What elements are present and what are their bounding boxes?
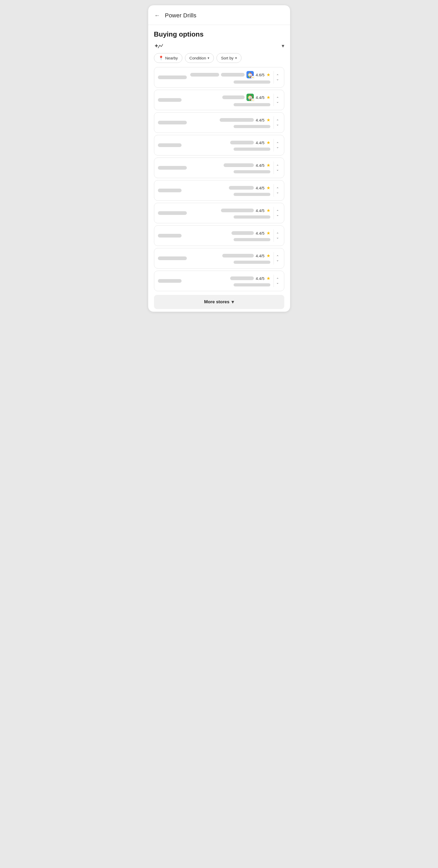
store-left-col <box>158 234 187 238</box>
svg-text:✦: ✦ <box>154 42 159 49</box>
star-icon: ★ <box>266 185 270 191</box>
sortby-filter-button[interactable]: Sort by ▾ <box>216 53 241 63</box>
store-left-col <box>158 279 187 283</box>
store-desc-skeleton <box>234 170 270 173</box>
svg-text:G: G <box>249 97 251 99</box>
rating-text: 4.4/5 <box>256 231 264 236</box>
store-desc-skeleton <box>234 193 270 196</box>
store-desc-skeleton <box>234 238 270 241</box>
store-item: 4.4/5 ★ ⌃ ⌄ <box>154 135 284 155</box>
price-skeleton-1 <box>222 95 245 99</box>
chevron-down-icon: ⌄ <box>276 258 279 262</box>
expand-button[interactable]: ⌃ ⌄ <box>273 94 281 106</box>
rating-text: 4.4/5 <box>256 276 264 281</box>
expand-button[interactable]: ⌃ ⌄ <box>273 207 281 219</box>
rating-text: 4.4/5 <box>256 141 264 145</box>
rating-text: 4.4/5 <box>256 186 264 190</box>
store-name-skeleton <box>158 166 187 169</box>
sortby-label: Sort by <box>221 56 234 60</box>
svg-text:G: G <box>249 74 251 76</box>
chevron-down-icon: ⌄ <box>276 168 279 171</box>
ai-sparkle-icon: ✦ <box>154 42 163 50</box>
store-name-skeleton <box>158 143 181 147</box>
chevron-down-icon: ⌄ <box>276 100 279 103</box>
star-icon: ★ <box>266 276 270 281</box>
store-left-col <box>158 211 187 215</box>
more-stores-button[interactable]: More stores ▾ <box>154 295 284 309</box>
star-icon: ★ <box>266 117 270 123</box>
price-skeleton-1 <box>230 141 254 145</box>
rating-text: 4.4/5 <box>256 254 264 258</box>
price-row: G ★ 4.6/5 ★ <box>189 71 270 79</box>
chevron-down-icon: ⌄ <box>276 145 279 149</box>
store-left-col <box>158 121 187 124</box>
location-icon: 📍 <box>159 56 164 61</box>
store-right-col: 4.4/5 ★ <box>189 140 270 151</box>
nearby-filter-button[interactable]: 📍 Nearby <box>154 53 182 63</box>
expand-button[interactable]: ⌃ ⌄ <box>273 252 281 265</box>
store-left-col <box>158 256 187 260</box>
price-skeleton-2 <box>221 73 245 76</box>
expand-button[interactable]: ⌃ ⌄ <box>273 116 281 129</box>
back-arrow-icon: ← <box>155 12 160 19</box>
section-collapse-icon[interactable]: ▾ <box>282 42 284 49</box>
store-list: G ★ 4.6/5 ★ ⌃ ⌄ <box>154 67 284 294</box>
expand-button[interactable]: ⌃ ⌄ <box>273 229 281 242</box>
more-stores-label: More stores <box>204 299 229 305</box>
price-row: 4.4/5 ★ <box>189 117 270 123</box>
store-right-col: 4.4/5 ★ <box>189 185 270 196</box>
expand-button[interactable]: ⌃ ⌄ <box>273 184 281 197</box>
condition-label: Condition <box>190 56 206 60</box>
expand-button[interactable]: ⌃ ⌄ <box>273 71 281 84</box>
price-row: 4.4/5 ★ <box>189 208 270 213</box>
store-item: 4.4/5 ★ ⌃ ⌄ <box>154 271 284 291</box>
ai-row: ✦ ▾ <box>154 42 284 50</box>
star-icon: ★ <box>266 72 270 78</box>
store-right-col: 4.4/5 ★ <box>189 253 270 264</box>
price-row: 4.4/5 ★ <box>189 276 270 281</box>
star-icon: ★ <box>266 140 270 146</box>
price-skeleton-1 <box>190 73 219 76</box>
more-stores-chevron-icon: ▾ <box>232 299 234 305</box>
store-name-skeleton <box>158 98 181 102</box>
sortby-dropdown-icon: ▾ <box>235 56 237 60</box>
expand-button[interactable]: ⌃ ⌄ <box>273 139 281 152</box>
price-skeleton-1 <box>232 231 254 235</box>
star-icon: ★ <box>266 95 270 100</box>
price-skeleton-1 <box>220 118 254 122</box>
store-right-col: 4.4/5 ★ <box>189 208 270 219</box>
filters-row: 📍 Nearby Condition ▾ Sort by ▾ <box>154 53 284 63</box>
store-name-skeleton <box>158 121 187 124</box>
store-right-col: 4.4/5 ★ <box>189 117 270 128</box>
rating-text: 4.4/5 <box>256 208 264 213</box>
page-title: Power Drills <box>165 12 197 19</box>
store-item: 4.4/5 ★ ⌃ ⌄ <box>154 203 284 223</box>
rating-text: 4.4/5 <box>256 163 264 167</box>
store-right-col: G ★ 4.4/5 ★ <box>189 94 270 106</box>
badge-star-overlay: ★ <box>251 98 255 102</box>
star-icon: ★ <box>266 162 270 168</box>
price-row: 4.4/5 ★ <box>189 162 270 168</box>
store-item: 4.4/5 ★ ⌃ ⌄ <box>154 225 284 246</box>
store-desc-skeleton <box>234 283 270 286</box>
expand-button[interactable]: ⌃ ⌄ <box>273 275 281 287</box>
badge-star-overlay: ★ <box>251 76 255 79</box>
store-desc-skeleton <box>234 261 270 264</box>
store-desc-skeleton <box>234 215 270 219</box>
back-button[interactable]: ← <box>154 11 161 20</box>
star-icon: ★ <box>266 253 270 258</box>
star-icon: ★ <box>266 230 270 236</box>
chevron-down-icon: ⌄ <box>276 281 279 284</box>
chevron-down-icon: ⌄ <box>276 77 279 81</box>
condition-filter-button[interactable]: Condition ▾ <box>185 53 214 63</box>
store-right-col: 4.4/5 ★ <box>189 230 270 241</box>
chevron-down-icon: ⌄ <box>276 190 279 194</box>
store-item: 4.4/5 ★ ⌃ ⌄ <box>154 180 284 201</box>
store-name-skeleton <box>158 256 187 260</box>
store-desc-skeleton <box>234 103 270 106</box>
expand-button[interactable]: ⌃ ⌄ <box>273 161 281 174</box>
nearby-label: Nearby <box>165 56 178 60</box>
store-left-col <box>158 143 187 147</box>
price-skeleton-1 <box>229 186 254 190</box>
price-row: 4.4/5 ★ <box>189 230 270 236</box>
